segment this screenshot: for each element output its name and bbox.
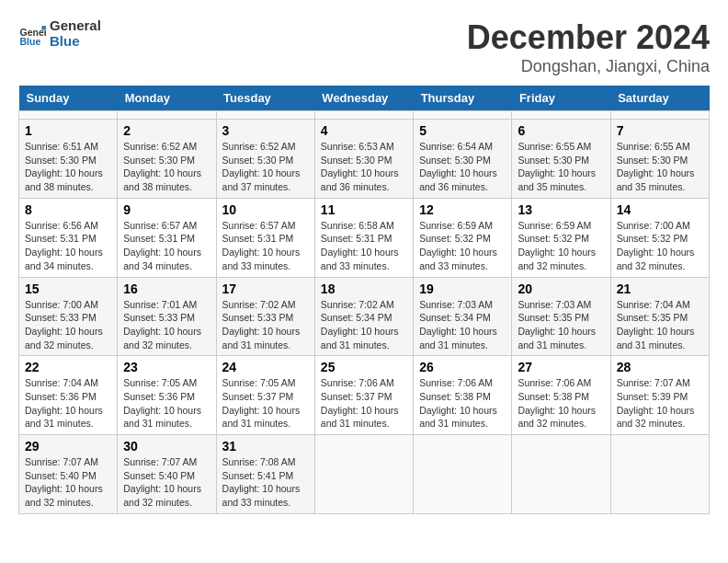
calendar-cell: [19, 111, 118, 120]
calendar-cell: 23Sunrise: 7:05 AMSunset: 5:36 PMDayligh…: [118, 356, 216, 435]
calendar-cell: [610, 111, 709, 120]
day-number: 10: [222, 202, 309, 217]
calendar-cell: 19Sunrise: 7:03 AMSunset: 5:34 PMDayligh…: [414, 277, 512, 356]
day-info: Sunrise: 7:06 AMSunset: 5:38 PMDaylight:…: [419, 376, 506, 431]
calendar-header-row: Sunday Monday Tuesday Wednesday Thursday…: [19, 86, 710, 111]
calendar-cell: 24Sunrise: 7:05 AMSunset: 5:37 PMDayligh…: [216, 356, 314, 435]
day-info: Sunrise: 6:52 AMSunset: 5:30 PMDaylight:…: [222, 140, 309, 194]
day-number: 26: [419, 360, 506, 374]
calendar-cell: 12Sunrise: 6:59 AMSunset: 5:32 PMDayligh…: [414, 198, 512, 277]
day-number: 11: [321, 202, 407, 217]
calendar-cell: 7Sunrise: 6:55 AMSunset: 5:30 PMDaylight…: [610, 120, 709, 199]
day-number: 29: [25, 439, 111, 454]
day-number: 8: [25, 202, 111, 217]
day-info: Sunrise: 6:54 AMSunset: 5:30 PMDaylight:…: [419, 140, 506, 194]
day-info: Sunrise: 7:00 AMSunset: 5:32 PMDaylight:…: [617, 219, 703, 273]
day-info: Sunrise: 7:01 AMSunset: 5:33 PMDaylight:…: [123, 298, 210, 352]
day-number: 1: [25, 123, 111, 138]
day-info: Sunrise: 6:56 AMSunset: 5:31 PMDaylight:…: [25, 219, 111, 273]
day-info: Sunrise: 7:03 AMSunset: 5:35 PMDaylight:…: [518, 298, 604, 352]
calendar-cell: 9Sunrise: 6:57 AMSunset: 5:31 PMDaylight…: [118, 198, 216, 277]
calendar-row-2: 8Sunrise: 6:56 AMSunset: 5:31 PMDaylight…: [19, 198, 710, 277]
header-friday: Friday: [512, 86, 610, 111]
calendar-cell: 17Sunrise: 7:02 AMSunset: 5:33 PMDayligh…: [216, 277, 314, 356]
calendar-cell: 20Sunrise: 7:03 AMSunset: 5:35 PMDayligh…: [512, 277, 610, 356]
day-number: 19: [419, 282, 506, 296]
calendar-cell: 21Sunrise: 7:04 AMSunset: 5:35 PMDayligh…: [610, 277, 709, 356]
day-info: Sunrise: 6:53 AMSunset: 5:30 PMDaylight:…: [321, 140, 407, 194]
header-tuesday: Tuesday: [216, 86, 314, 111]
day-number: 18: [321, 282, 407, 296]
day-info: Sunrise: 7:00 AMSunset: 5:33 PMDaylight:…: [25, 298, 111, 352]
calendar-cell: 30Sunrise: 7:07 AMSunset: 5:40 PMDayligh…: [118, 435, 216, 514]
calendar-cell: [314, 435, 413, 514]
day-info: Sunrise: 7:04 AMSunset: 5:35 PMDaylight:…: [617, 298, 703, 352]
header-saturday: Saturday: [610, 86, 709, 111]
day-number: 28: [617, 360, 703, 374]
day-info: Sunrise: 7:07 AMSunset: 5:39 PMDaylight:…: [617, 376, 703, 431]
day-number: 7: [617, 123, 703, 138]
calendar-cell: [216, 111, 314, 120]
calendar-cell: 28Sunrise: 7:07 AMSunset: 5:39 PMDayligh…: [610, 356, 709, 435]
day-info: Sunrise: 7:08 AMSunset: 5:41 PMDaylight:…: [222, 455, 309, 510]
day-info: Sunrise: 7:07 AMSunset: 5:40 PMDaylight:…: [25, 455, 111, 510]
calendar-cell: 4Sunrise: 6:53 AMSunset: 5:30 PMDaylight…: [314, 120, 413, 199]
day-info: Sunrise: 6:57 AMSunset: 5:31 PMDaylight:…: [123, 219, 210, 273]
day-number: 9: [123, 202, 210, 217]
calendar-cell: 5Sunrise: 6:54 AMSunset: 5:30 PMDaylight…: [414, 120, 512, 199]
day-info: Sunrise: 6:55 AMSunset: 5:30 PMDaylight:…: [518, 140, 604, 194]
day-info: Sunrise: 6:57 AMSunset: 5:31 PMDaylight:…: [222, 219, 309, 273]
day-number: 3: [222, 123, 309, 138]
day-number: 20: [518, 282, 604, 296]
day-info: Sunrise: 6:59 AMSunset: 5:32 PMDaylight:…: [419, 219, 506, 273]
calendar-cell: [512, 435, 610, 514]
calendar-cell: [314, 111, 413, 120]
day-info: Sunrise: 7:05 AMSunset: 5:36 PMDaylight:…: [123, 376, 210, 431]
calendar-cell: 29Sunrise: 7:07 AMSunset: 5:40 PMDayligh…: [19, 435, 118, 514]
calendar-cell: 25Sunrise: 7:06 AMSunset: 5:37 PMDayligh…: [314, 356, 413, 435]
day-info: Sunrise: 6:59 AMSunset: 5:32 PMDaylight:…: [518, 219, 604, 273]
calendar-row-1: 1Sunrise: 6:51 AMSunset: 5:30 PMDaylight…: [19, 120, 710, 199]
calendar-cell: 14Sunrise: 7:00 AMSunset: 5:32 PMDayligh…: [610, 198, 709, 277]
title-area: December 2024 Dongshan, Jiangxi, China: [467, 18, 710, 76]
day-number: 6: [518, 123, 604, 138]
day-number: 13: [518, 202, 604, 217]
calendar-cell: 1Sunrise: 6:51 AMSunset: 5:30 PMDaylight…: [19, 120, 118, 199]
calendar-cell: 16Sunrise: 7:01 AMSunset: 5:33 PMDayligh…: [118, 277, 216, 356]
day-info: Sunrise: 6:55 AMSunset: 5:30 PMDaylight:…: [617, 140, 703, 194]
day-number: 17: [222, 282, 309, 296]
calendar-row-0: [19, 111, 710, 120]
day-number: 2: [123, 123, 210, 138]
calendar-cell: 31Sunrise: 7:08 AMSunset: 5:41 PMDayligh…: [216, 435, 314, 514]
calendar-cell: [414, 111, 512, 120]
day-info: Sunrise: 6:52 AMSunset: 5:30 PMDaylight:…: [123, 140, 210, 194]
calendar-row-4: 22Sunrise: 7:04 AMSunset: 5:36 PMDayligh…: [19, 356, 710, 435]
day-number: 24: [222, 360, 309, 374]
day-info: Sunrise: 7:02 AMSunset: 5:33 PMDaylight:…: [222, 298, 309, 352]
calendar-cell: 2Sunrise: 6:52 AMSunset: 5:30 PMDaylight…: [118, 120, 216, 199]
calendar-cell: 3Sunrise: 6:52 AMSunset: 5:30 PMDaylight…: [216, 120, 314, 199]
calendar-cell: [512, 111, 610, 120]
day-number: 15: [25, 282, 111, 296]
calendar-cell: 8Sunrise: 6:56 AMSunset: 5:31 PMDaylight…: [19, 198, 118, 277]
day-number: 23: [123, 360, 210, 374]
logo-blue: Blue: [50, 34, 101, 50]
calendar-cell: [610, 435, 709, 514]
day-number: 27: [518, 360, 604, 374]
calendar-cell: 22Sunrise: 7:04 AMSunset: 5:36 PMDayligh…: [19, 356, 118, 435]
day-info: Sunrise: 7:06 AMSunset: 5:37 PMDaylight:…: [321, 376, 407, 431]
calendar-row-3: 15Sunrise: 7:00 AMSunset: 5:33 PMDayligh…: [19, 277, 710, 356]
day-info: Sunrise: 7:02 AMSunset: 5:34 PMDaylight:…: [321, 298, 407, 352]
calendar-cell: 15Sunrise: 7:00 AMSunset: 5:33 PMDayligh…: [19, 277, 118, 356]
day-info: Sunrise: 7:06 AMSunset: 5:38 PMDaylight:…: [518, 376, 604, 431]
day-number: 30: [123, 439, 210, 454]
day-info: Sunrise: 7:03 AMSunset: 5:34 PMDaylight:…: [419, 298, 506, 352]
day-number: 22: [25, 360, 111, 374]
calendar-cell: 13Sunrise: 6:59 AMSunset: 5:32 PMDayligh…: [512, 198, 610, 277]
calendar-cell: 18Sunrise: 7:02 AMSunset: 5:34 PMDayligh…: [314, 277, 413, 356]
day-number: 25: [321, 360, 407, 374]
day-info: Sunrise: 6:58 AMSunset: 5:31 PMDaylight:…: [321, 219, 407, 273]
calendar-cell: 6Sunrise: 6:55 AMSunset: 5:30 PMDaylight…: [512, 120, 610, 199]
day-info: Sunrise: 7:04 AMSunset: 5:36 PMDaylight:…: [25, 376, 111, 431]
page-header: General Blue General Blue December 2024 …: [18, 18, 710, 76]
